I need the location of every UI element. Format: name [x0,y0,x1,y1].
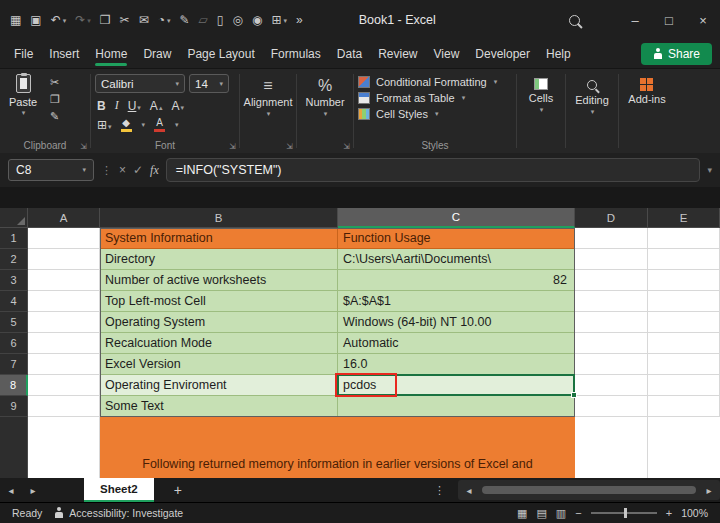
cell-C2[interactable]: C:\Users\Aarti\Documents\ [338,249,575,270]
font-color-dropdown-icon[interactable]: ▾ [175,121,179,129]
new-sheet-button[interactable]: + [174,482,182,498]
font-size-select[interactable]: 14 ▾ [189,74,229,93]
zoom-slider-thumb[interactable] [624,508,627,518]
cell-B2[interactable]: Directory [100,249,338,270]
menu-item-view[interactable]: View [434,40,460,68]
page-layout-view-button[interactable]: ▤ [536,508,546,519]
cell-E9[interactable] [648,396,720,417]
scrollbar-thumb[interactable] [482,486,696,494]
cell-D7[interactable] [575,354,648,375]
cell-A3[interactable] [28,270,100,291]
insert-function-button[interactable]: fx [150,163,159,178]
row-header-9[interactable]: 9 [0,396,28,417]
table-dropdown-icon[interactable]: ▾ [283,17,287,24]
zoom-level[interactable]: 100% [681,507,708,519]
empty-column-a-strip[interactable] [28,417,100,478]
tab-bar-dots-icon[interactable]: ⋮ [434,484,445,497]
expand-formula-bar-icon[interactable]: ▾ [707,165,712,175]
table-button[interactable]: ⊞▾ [271,14,287,26]
formula-input[interactable]: =INFO("SYSTEM") [166,158,701,182]
conditional-formatting-button[interactable]: Conditional Formatting ▾ [358,76,512,88]
copy-qat-icon[interactable]: ❐ [100,14,111,26]
fill-color-button[interactable]: ◆ [121,118,132,132]
cell-C3[interactable]: 82 [338,270,575,291]
horizontal-scrollbar[interactable]: ◂ ▸ [458,480,720,500]
cell-C5[interactable]: Windows (64-bit) NT 10.00 [338,312,575,333]
cell-E1[interactable] [648,228,720,249]
row-header-7[interactable]: 7 [0,354,28,375]
clipboard-dialog-launcher[interactable]: ⇲ [80,142,87,151]
share-button[interactable]: Share [641,43,712,65]
menu-item-help[interactable]: Help [546,40,571,68]
menu-item-page-layout[interactable]: Page Layout [187,40,254,68]
column-header-d[interactable]: D [575,208,648,228]
column-header-b[interactable]: B [100,208,338,228]
row-header-5[interactable]: 5 [0,312,28,333]
cell-D8[interactable] [575,375,648,396]
search-icon[interactable] [569,15,580,26]
addins-button[interactable]: Add-ins [628,74,665,137]
menu-item-home[interactable]: Home [95,40,127,68]
row-header-1[interactable]: 1 [0,228,28,249]
cell-E5[interactable] [648,312,720,333]
number-button[interactable]: % Number ▾ [305,74,344,137]
enter-button[interactable]: ✓ [133,163,143,177]
font-color-button[interactable]: A [154,118,165,132]
cell-A1[interactable] [28,228,100,249]
alignment-button[interactable]: ≡ Alignment ▾ [244,74,293,137]
shape-icon[interactable]: ▱ [199,14,208,26]
row-header-4[interactable]: 4 [0,291,28,312]
alignment-dialog-launcher[interactable]: ⇲ [286,142,293,151]
fill-color-dropdown-icon[interactable]: ▾ [142,121,146,129]
cell-B8[interactable]: Operating Enviroment [100,375,338,396]
cancel-button[interactable]: × [119,163,126,177]
minimize-button[interactable]: – [618,0,652,40]
redo-button[interactable]: ↷▾ [75,14,91,26]
save-icon[interactable]: ▣ [30,14,41,26]
camera-icon[interactable]: ◉ [252,14,262,26]
sheet-tab-sheet2[interactable]: Sheet2 [84,478,154,502]
menu-item-formulas[interactable]: Formulas [271,40,321,68]
number-dialog-launcher[interactable]: ⇲ [343,142,350,151]
cell-B9[interactable]: Some Text [100,396,338,417]
cell-C1[interactable]: Function Usage [338,228,575,249]
cell-B5[interactable]: Operating System [100,312,338,333]
menu-item-developer[interactable]: Developer [475,40,530,68]
menu-item-draw[interactable]: Draw [143,40,171,68]
accessibility-button[interactable]: Accessibility: Investigate [54,507,183,519]
cell-D3[interactable] [575,270,648,291]
name-box[interactable]: C8 ▾ [8,159,94,181]
empty-column-d-strip[interactable] [575,417,648,478]
borders-button[interactable]: ⊞▾ [97,118,112,132]
column-header-e[interactable]: E [648,208,720,228]
zoom-in-button[interactable]: + [666,508,672,519]
cell-E3[interactable] [648,270,720,291]
cell-A8[interactable] [28,375,100,396]
cell-B4[interactable]: Top Left-most Cell [100,291,338,312]
cell-B3[interactable]: Number of active worksheets [100,270,338,291]
cell-E8[interactable] [648,375,720,396]
undo-button[interactable]: ↶▾ [51,14,67,26]
cell-A5[interactable] [28,312,100,333]
increase-font-button[interactable]: A▴ [150,99,163,113]
select-all-button[interactable] [0,208,28,228]
cut-qat-icon[interactable]: ✂ [120,14,130,26]
row-header-3[interactable]: 3 [0,270,28,291]
cell-B1[interactable]: System Information [100,228,338,249]
cell-styles-button[interactable]: Cell Styles ▾ [358,108,512,120]
font-name-select[interactable]: Calibri ▾ [95,74,185,93]
page-break-view-button[interactable]: ▥ [556,508,566,519]
cell-D6[interactable] [575,333,648,354]
scroll-left-icon[interactable]: ◂ [458,485,480,496]
cell-D9[interactable] [575,396,648,417]
zoom-slider[interactable] [591,512,657,514]
cell-C7[interactable]: 16.0 [338,354,575,375]
cell-E2[interactable] [648,249,720,270]
row-header-2[interactable]: 2 [0,249,28,270]
pin-icon[interactable]: ◎ [232,14,242,26]
menu-item-data[interactable]: Data [337,40,362,68]
italic-button[interactable]: I [115,98,119,113]
row-header-8[interactable]: 8 [0,375,28,396]
bold-button[interactable]: B [97,99,106,113]
cell-C8-active[interactable]: pcdos [338,375,575,396]
